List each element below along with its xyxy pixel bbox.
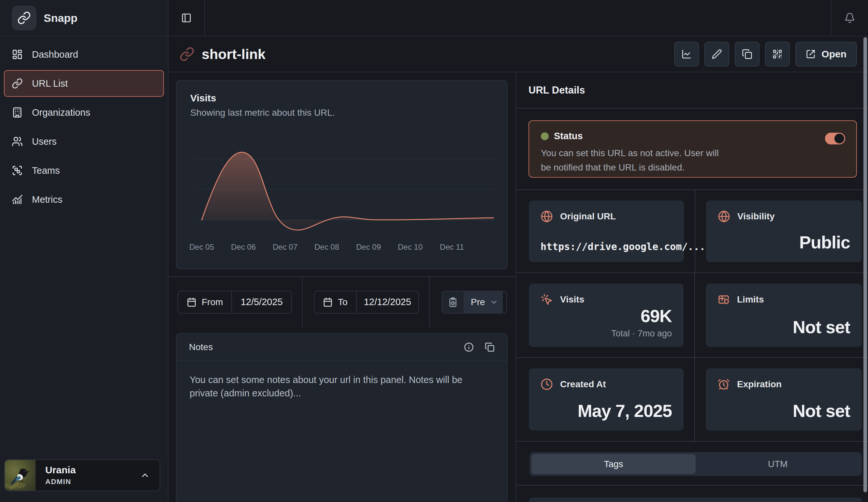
bell-icon[interactable] bbox=[844, 12, 855, 23]
preset-section: Pre bbox=[430, 276, 516, 328]
visits-value: 69K bbox=[641, 306, 672, 326]
visits-card: Visits 69K Total · 7mo ago bbox=[529, 284, 684, 347]
status-indicator-dot bbox=[541, 132, 549, 140]
x-tick: Dec 10 bbox=[389, 243, 431, 252]
original-url-value[interactable]: https://drive.google.com/... bbox=[540, 241, 705, 252]
x-tick: Dec 05 bbox=[181, 243, 223, 252]
visits-panel-title: Visits bbox=[177, 81, 507, 104]
avatar bbox=[5, 460, 35, 491]
copy-button[interactable] bbox=[735, 42, 760, 66]
analytics-button[interactable] bbox=[674, 42, 699, 66]
qr-code-button[interactable] bbox=[765, 42, 790, 66]
sidebar-item-label: Dashboard bbox=[32, 49, 78, 60]
preset-value: Pre bbox=[471, 297, 485, 307]
card-title: Limits bbox=[737, 294, 764, 305]
original-url-card: Original URL https://drive.google.com/..… bbox=[529, 201, 684, 262]
panel-left-icon[interactable] bbox=[181, 13, 192, 23]
sidebar-item-label: Organizations bbox=[32, 107, 90, 118]
x-tick: Dec 06 bbox=[223, 243, 264, 252]
user-meta: Urania ADMIN bbox=[35, 464, 140, 486]
alarm-clock-icon bbox=[717, 378, 730, 390]
card-title: Created At bbox=[560, 379, 606, 390]
tab-utm[interactable]: UTM bbox=[696, 454, 860, 474]
calendar-icon bbox=[323, 297, 333, 307]
sidebar-item-label: Teams bbox=[32, 165, 60, 176]
x-tick: Dec 08 bbox=[306, 243, 348, 252]
tab-tags[interactable]: Tags bbox=[531, 454, 696, 474]
url-details-header: URL Details bbox=[516, 72, 868, 109]
details-row-2: Visits 69K Total · 7mo ago Limits Not se… bbox=[516, 273, 868, 358]
qr-code-icon bbox=[772, 49, 783, 59]
preset-select[interactable]: Pre bbox=[442, 291, 507, 314]
chart-line-icon bbox=[681, 49, 692, 59]
notifications-zone bbox=[831, 0, 868, 36]
clock-icon bbox=[540, 378, 553, 390]
topbar: Snapp bbox=[0, 0, 868, 37]
visits-area-chart bbox=[177, 139, 507, 237]
link-icon bbox=[12, 78, 23, 89]
status-description: You can set this URL as not active. User… bbox=[541, 146, 730, 175]
x-tick: Dec 09 bbox=[348, 243, 389, 252]
sidebar-item-url-list[interactable]: URL List bbox=[4, 70, 164, 97]
from-date-picker[interactable]: From 12/5/2025 bbox=[178, 291, 292, 314]
status-label: Status bbox=[554, 131, 583, 142]
expiration-card: Expiration Not set bbox=[706, 368, 862, 431]
next-section-card bbox=[529, 498, 862, 502]
copy-icon[interactable] bbox=[485, 342, 495, 352]
to-label: To bbox=[338, 297, 348, 307]
visits-chart-panel: Visits Showing last metric about this UR… bbox=[176, 80, 508, 269]
header-actions: Open bbox=[674, 42, 857, 66]
user-menu[interactable]: Urania ADMIN bbox=[4, 459, 160, 491]
info-icon[interactable] bbox=[464, 342, 474, 352]
x-axis-labels: Dec 05 Dec 06 Dec 07 Dec 08 Dec 09 Dec 1… bbox=[181, 243, 507, 252]
building-icon bbox=[12, 107, 23, 118]
sidebar-item-metrics[interactable]: Metrics bbox=[4, 186, 164, 213]
sidebar-item-dashboard[interactable]: Dashboard bbox=[4, 41, 164, 68]
url-details-title: URL Details bbox=[528, 84, 585, 96]
chevron-up-icon bbox=[140, 470, 150, 480]
user-name: Urania bbox=[45, 464, 140, 475]
vertical-scrollbar[interactable] bbox=[864, 37, 867, 492]
limits-value: Not set bbox=[793, 317, 850, 337]
edit-button[interactable] bbox=[704, 42, 729, 66]
external-link-icon bbox=[806, 49, 816, 59]
sidebar-nav: Dashboard URL List Organizations Users bbox=[0, 37, 168, 220]
sidebar-item-users[interactable]: Users bbox=[4, 128, 164, 155]
mouse-pointer-click-icon bbox=[540, 293, 553, 306]
details-row-3: Created At May 7, 2025 Expiration Not se… bbox=[516, 358, 868, 442]
sidebar-item-teams[interactable]: Teams bbox=[4, 157, 164, 184]
to-date-picker[interactable]: To 12/12/2025 bbox=[314, 291, 419, 314]
created-at-value: May 7, 2025 bbox=[578, 401, 672, 421]
to-date-section: To 12/12/2025 bbox=[303, 276, 430, 328]
visits-sub: Total · 7mo ago bbox=[611, 329, 672, 339]
pencil-icon bbox=[712, 49, 722, 59]
page-title-wrap: short-link bbox=[179, 46, 266, 62]
group-icon bbox=[12, 165, 23, 176]
link-icon bbox=[17, 11, 31, 25]
from-date-value[interactable]: 12/5/2025 bbox=[232, 291, 291, 313]
users-icon bbox=[12, 136, 23, 147]
user-role: ADMIN bbox=[45, 478, 140, 486]
notes-panel: Notes You can set some notes about your … bbox=[176, 333, 508, 502]
expiration-value: Not set bbox=[793, 401, 850, 421]
status-card: Status You can set this URL as not activ… bbox=[528, 120, 857, 178]
limits-card: Limits Not set bbox=[706, 284, 862, 347]
brand-name: Snapp bbox=[44, 12, 78, 24]
topbar-spacer bbox=[205, 0, 831, 36]
metrics-column: Visits Showing last metric about this UR… bbox=[168, 72, 516, 502]
status-toggle[interactable] bbox=[825, 133, 845, 144]
globe-icon bbox=[540, 210, 553, 223]
globe-icon bbox=[718, 210, 730, 223]
app-logo bbox=[12, 6, 37, 30]
details-row-1: Original URL https://drive.google.com/..… bbox=[516, 190, 868, 273]
table-shield-icon bbox=[717, 293, 730, 306]
page-header: short-link Open bbox=[168, 37, 868, 72]
to-date-value[interactable]: 12/12/2025 bbox=[357, 291, 418, 313]
notes-textarea[interactable]: You can set some notes about your url in… bbox=[177, 361, 496, 412]
sidebar-item-organizations[interactable]: Organizations bbox=[4, 99, 164, 126]
status-section: Status You can set this URL as not activ… bbox=[516, 109, 868, 190]
open-button[interactable]: Open bbox=[795, 42, 857, 66]
card-title: Original URL bbox=[560, 211, 616, 222]
visits-panel-subtitle: Showing last metric about this URL. bbox=[177, 104, 507, 118]
chart-combined-icon bbox=[12, 194, 23, 205]
